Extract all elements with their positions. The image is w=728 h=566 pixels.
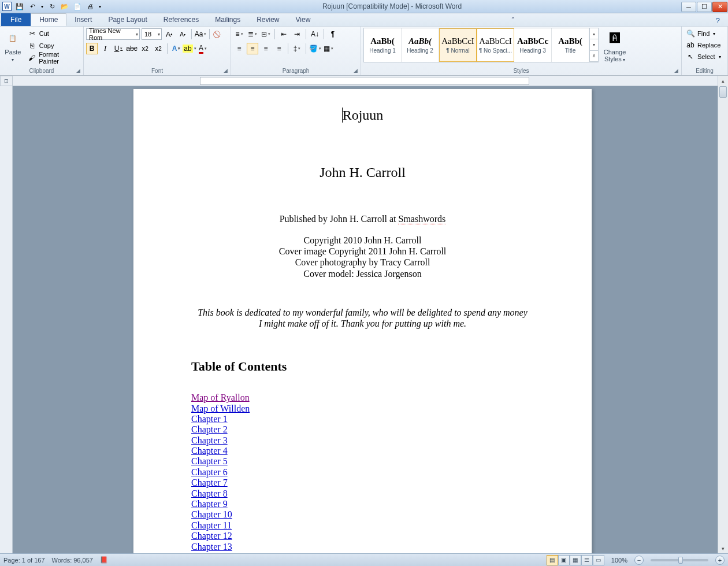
find-button[interactable]: 🔍Find▾ <box>684 28 717 39</box>
styles-expand[interactable]: ⊻ <box>590 51 598 62</box>
save-button[interactable]: 💾 <box>14 1 25 12</box>
font-launcher[interactable]: ◢ <box>222 66 229 74</box>
page-status[interactable]: Page: 1 of 167 <box>3 557 45 564</box>
undo-dropdown[interactable]: ▾ <box>39 1 45 12</box>
format-painter-button[interactable]: 🖌Format Painter <box>26 52 81 64</box>
draft-view[interactable]: ▭ <box>593 555 604 565</box>
replace-button[interactable]: abReplace <box>684 39 722 51</box>
toc-link[interactable]: Chapter 3 <box>191 435 534 446</box>
tab-view[interactable]: View <box>288 13 319 26</box>
ribbon-help-button[interactable]: ˆ <box>508 15 518 26</box>
scroll-thumb[interactable] <box>719 86 727 98</box>
shrink-font-button[interactable]: A▾ <box>177 28 188 40</box>
style-item-heading-1[interactable]: AaBb(Heading 1 <box>364 28 402 62</box>
decrease-indent-button[interactable]: ⇤ <box>278 28 289 40</box>
tab-review[interactable]: Review <box>248 13 287 26</box>
toc-link[interactable]: Chapter 13 <box>191 542 534 552</box>
copy-button[interactable]: ⎘Copy <box>26 40 81 51</box>
open-button[interactable]: 📂 <box>59 1 70 12</box>
style-item-heading-3[interactable]: AaBbCcHeading 3 <box>514 28 552 62</box>
toc-link[interactable]: Chapter 7 <box>191 478 534 488</box>
font-color-button[interactable]: A <box>197 43 209 54</box>
toc-link[interactable]: Chapter 12 <box>191 531 534 541</box>
toc-link[interactable]: Chapter 11 <box>191 520 534 531</box>
tab-home[interactable]: Home <box>31 13 66 26</box>
qat-customize-dropdown[interactable]: ▾ <box>97 1 103 12</box>
web-layout-view[interactable]: ▦ <box>570 555 581 565</box>
full-screen-view[interactable]: ▣ <box>558 555 570 565</box>
justify-button[interactable]: ≡ <box>273 43 285 54</box>
styles-scroll-down[interactable]: ▾ <box>590 39 598 50</box>
toc-link[interactable]: Chapter 1 <box>191 414 534 424</box>
style-item-title[interactable]: AaBb(Title <box>552 28 589 62</box>
print-preview-button[interactable]: 🖨 <box>84 1 96 12</box>
align-center-button[interactable]: ≡ <box>247 43 258 54</box>
paragraph-launcher[interactable]: ◢ <box>352 66 359 74</box>
ruler-corner[interactable]: ⊡ <box>0 76 13 86</box>
toc-link[interactable]: Chapter 6 <box>191 467 534 478</box>
italic-button[interactable]: I <box>99 43 111 54</box>
help-icon[interactable]: ? <box>712 15 723 26</box>
subscript-button[interactable]: x2 <box>139 43 151 54</box>
tab-mailings[interactable]: Mailings <box>207 13 248 26</box>
outline-view[interactable]: ☰ <box>581 555 593 565</box>
style-item--no-spaci-[interactable]: AaBbCcI¶ No Spaci... <box>477 28 514 62</box>
zoom-knob[interactable] <box>678 557 683 564</box>
grow-font-button[interactable]: A▴ <box>164 28 175 40</box>
zoom-level[interactable]: 100% <box>611 557 627 564</box>
vertical-scrollbar[interactable]: ▴ ▾ <box>718 76 728 553</box>
redo-button[interactable]: ↻ <box>46 1 58 12</box>
vertical-ruler[interactable] <box>0 86 13 553</box>
new-button[interactable]: 📄 <box>72 1 83 12</box>
bold-button[interactable]: B <box>86 43 98 54</box>
bullets-button[interactable]: ≡ <box>233 28 245 40</box>
underline-button[interactable]: U <box>113 43 124 54</box>
toc-link[interactable]: Map of Ryallon <box>191 393 534 403</box>
maximize-button[interactable]: ☐ <box>697 2 712 12</box>
strikethrough-button[interactable]: abc <box>126 43 138 54</box>
superscript-button[interactable]: x2 <box>153 43 164 54</box>
tab-page-layout[interactable]: Page Layout <box>100 13 155 26</box>
minimize-button[interactable]: ─ <box>681 2 696 12</box>
word-count[interactable]: Words: 96,057 <box>52 557 93 564</box>
style-item--normal[interactable]: AaBbCcI¶ Normal <box>439 28 477 62</box>
change-case-button[interactable]: Aa <box>195 28 206 40</box>
print-layout-view[interactable]: ▤ <box>547 555 558 565</box>
horizontal-ruler[interactable] <box>13 76 718 86</box>
scroll-down-button[interactable]: ▾ <box>718 543 728 553</box>
toc-link[interactable]: Map of Willden <box>191 404 534 414</box>
font-name-select[interactable]: Times New Rom▾ <box>86 28 140 40</box>
toc-link[interactable]: Chapter 10 <box>191 509 534 520</box>
toc-link[interactable]: Chapter 5 <box>191 456 534 467</box>
proofing-status-icon[interactable]: 📕 <box>100 556 108 564</box>
sort-button[interactable]: A↓ <box>309 28 321 40</box>
highlight-button[interactable]: ab <box>184 43 195 54</box>
zoom-in-button[interactable]: + <box>715 556 725 565</box>
toc-link[interactable]: Chapter 2 <box>191 424 534 435</box>
align-right-button[interactable]: ≡ <box>260 43 272 54</box>
align-left-button[interactable]: ≡ <box>233 43 245 54</box>
style-item-heading-2[interactable]: AaBb(Heading 2 <box>402 28 439 62</box>
numbering-button[interactable]: ≣ <box>247 28 258 40</box>
increase-indent-button[interactable]: ⇥ <box>291 28 303 40</box>
tab-insert[interactable]: Insert <box>66 13 100 26</box>
paste-button[interactable]: 📋 Paste▾ <box>2 28 24 64</box>
clear-formatting-button[interactable]: ⃠ <box>213 28 224 40</box>
multilevel-button[interactable]: ⊟ <box>260 28 272 40</box>
text-effects-button[interactable]: A <box>170 43 182 54</box>
shading-button[interactable]: 🪣 <box>309 43 321 54</box>
font-size-select[interactable]: 18▾ <box>142 28 162 40</box>
cut-button[interactable]: ✂Cut <box>26 28 81 39</box>
zoom-out-button[interactable]: − <box>634 556 644 565</box>
toc-link[interactable]: Chapter 4 <box>191 446 534 456</box>
toc-link[interactable]: Chapter 8 <box>191 489 534 499</box>
toc-link[interactable]: Chapter 9 <box>191 499 534 509</box>
show-marks-button[interactable]: ¶ <box>327 28 339 40</box>
clipboard-launcher[interactable]: ◢ <box>75 66 82 74</box>
undo-button[interactable]: ↶ <box>27 1 38 12</box>
word-icon[interactable]: W <box>1 1 13 12</box>
document-page[interactable]: Rojuun John H. Carroll Published by John… <box>133 88 592 553</box>
file-tab[interactable]: File <box>1 13 31 26</box>
borders-button[interactable]: ▦ <box>322 43 334 54</box>
select-button[interactable]: ↖Select▾ <box>684 51 723 62</box>
